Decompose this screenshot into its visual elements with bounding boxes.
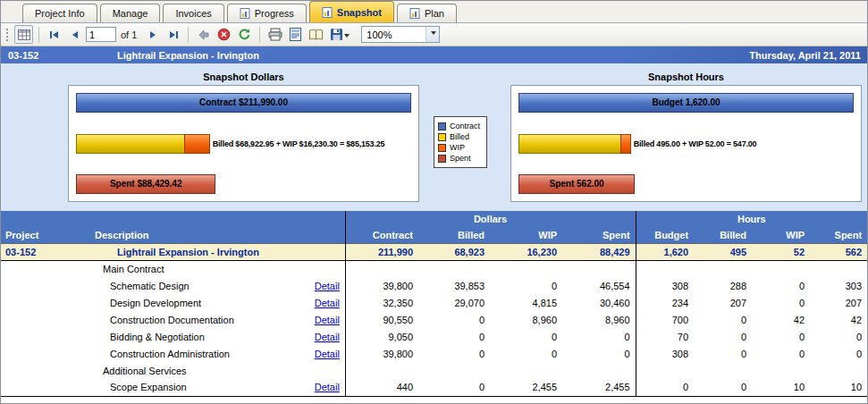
- toolbar-separator: [259, 27, 260, 43]
- detail-link[interactable]: Detail: [315, 281, 340, 291]
- billed-hours-bar-label: Billed 495.00 + WIP 52.00 = 547.00: [634, 134, 757, 154]
- cell-contract: 440: [345, 379, 418, 396]
- section-title: Main Contract: [90, 260, 345, 277]
- cell-spent: 46,554: [562, 277, 636, 294]
- legend-item-billed: Billed: [438, 132, 480, 141]
- dollars-chart: Snapshot Dollars Contract $211,990.00 Bi…: [68, 72, 419, 202]
- print-button[interactable]: [265, 25, 284, 44]
- report-icon: [322, 7, 333, 18]
- group-header-dollars: Dollars: [345, 211, 636, 227]
- hours-chart-panel: Budget 1,620.00 Billed 495.00 + WIP 52.0…: [510, 85, 862, 202]
- cell-hours-wip: 0: [752, 277, 810, 294]
- cell-billed: 29,070: [418, 294, 490, 311]
- page-setup-button[interactable]: [307, 25, 325, 44]
- cell-contract: 39,800: [345, 345, 418, 362]
- section-row: Additional Services: [1, 362, 867, 379]
- zoom-value: 100%: [362, 29, 426, 40]
- cell-contract: 211,990: [345, 243, 418, 260]
- cell-budget: 1,620: [636, 243, 694, 260]
- table-row: Construction Documentation Detail 90,550…: [1, 311, 867, 328]
- dollars-chart-title: Snapshot Dollars: [68, 72, 419, 82]
- last-page-button[interactable]: [164, 25, 182, 44]
- cell-budget: 0: [636, 379, 694, 396]
- application-window: Project Info Manage Invoices Progress Sn…: [0, 0, 868, 404]
- cell-billed: 0: [418, 379, 490, 396]
- cell-contract: 90,550: [345, 311, 418, 328]
- column-header-row: Project Description Contract Billed WIP …: [1, 227, 867, 243]
- tab-progress[interactable]: Progress: [227, 4, 307, 22]
- spent-hours-bar-row: Spent 562.00: [518, 174, 854, 194]
- zoom-dropdown-button[interactable]: [426, 27, 439, 42]
- cell-hours-spent: 562: [810, 243, 867, 260]
- spent-swatch: [438, 155, 446, 163]
- cancel-button[interactable]: [215, 25, 233, 44]
- page-number-input[interactable]: [86, 27, 116, 42]
- project-name: Lightrail Expansion - Irvington: [117, 50, 749, 61]
- billed-hours-bar-row: Billed 495.00 + WIP 52.00 = 547.00: [518, 134, 854, 154]
- cell-hours-billed: 0: [694, 311, 752, 328]
- contract-swatch: [438, 122, 446, 130]
- table-row: Construction Administration Detail 39,80…: [1, 345, 867, 362]
- cell-budget: 308: [636, 345, 694, 362]
- table-row: Schematic Design Detail 39,800 39,853 0 …: [1, 277, 867, 294]
- next-page-button[interactable]: [143, 25, 162, 44]
- cell-hours-spent: 207: [810, 294, 867, 311]
- cell-hours-billed: 207: [694, 294, 752, 311]
- print-layout-button[interactable]: [286, 25, 305, 44]
- cell-wip: 8,960: [490, 311, 562, 328]
- cell-budget: 308: [636, 277, 694, 294]
- layout-grid-button[interactable]: [14, 25, 33, 44]
- last-page-icon: [167, 29, 180, 41]
- col-header-hours-spent: Spent: [810, 227, 867, 243]
- cell-hours-spent: 0: [810, 345, 867, 362]
- cell-wip: 2,455: [490, 379, 562, 396]
- billed-bar: [76, 134, 185, 154]
- tab-manage[interactable]: Manage: [100, 4, 161, 22]
- cell-contract: 9,050: [345, 328, 418, 345]
- zoom-combobox[interactable]: 100%: [361, 26, 440, 43]
- export-dropdown-arrow-icon: [344, 34, 350, 40]
- item-description: Schematic Design: [90, 277, 309, 294]
- detail-link[interactable]: Detail: [315, 315, 340, 325]
- tab-plan[interactable]: Plan: [397, 4, 457, 22]
- printer-icon: [268, 28, 282, 41]
- first-page-button[interactable]: [45, 25, 63, 44]
- tab-snapshot[interactable]: Snapshot: [309, 1, 394, 22]
- detail-link[interactable]: Detail: [315, 382, 340, 392]
- refresh-icon: [238, 28, 251, 41]
- cell-budget: 234: [636, 294, 694, 311]
- chart-legend: Contract Billed WIP Spent: [434, 116, 487, 168]
- budget-bar-label: Budget 1,620.00: [519, 94, 853, 112]
- billed-bar-row: Billed $68,922.95 + WIP $16,230.30 = $85…: [76, 134, 411, 154]
- legend-item-contract: Contract: [438, 122, 480, 130]
- billed-hours-bar: [518, 134, 621, 154]
- table-row: Design Development Detail 32,350 29,070 …: [1, 294, 867, 311]
- col-header-spent: Spent: [562, 227, 636, 243]
- cell-hours-billed: 0: [694, 328, 752, 345]
- table-row: Scope Expansion Detail 440 0 2,455 2,455…: [1, 379, 867, 396]
- col-header-billed: Billed: [418, 227, 490, 243]
- cell-hours-spent: 0: [810, 328, 867, 345]
- detail-link[interactable]: Detail: [315, 332, 340, 342]
- detail-link[interactable]: Detail: [315, 298, 340, 308]
- export-button[interactable]: [327, 25, 352, 44]
- toolbar-grip[interactable]: [5, 28, 9, 42]
- cell-contract: 32,350: [345, 294, 418, 311]
- snapshot-table: Dollars Hours Project Description Contra…: [1, 211, 867, 397]
- contract-bar-row: Contract $211,990.00: [76, 93, 411, 113]
- detail-link[interactable]: Detail: [315, 349, 340, 359]
- cell-billed: 0: [418, 328, 490, 345]
- previous-page-button[interactable]: [65, 25, 84, 44]
- tab-invoices[interactable]: Invoices: [163, 4, 223, 22]
- spent-hours-bar-label: Spent 562.00: [519, 175, 634, 193]
- cell-budget: 70: [636, 328, 694, 345]
- report-date: Thursday, April 21, 2011: [749, 50, 861, 61]
- page-preview-icon: [290, 28, 301, 41]
- cell-hours-wip: 42: [752, 311, 810, 328]
- cell-spent: 88,429: [562, 243, 636, 260]
- cell-wip: 0: [490, 328, 562, 345]
- refresh-button[interactable]: [235, 25, 254, 44]
- tab-project-info[interactable]: Project Info: [22, 4, 97, 22]
- back-button[interactable]: [194, 25, 213, 44]
- cell-hours-wip: 0: [752, 294, 810, 311]
